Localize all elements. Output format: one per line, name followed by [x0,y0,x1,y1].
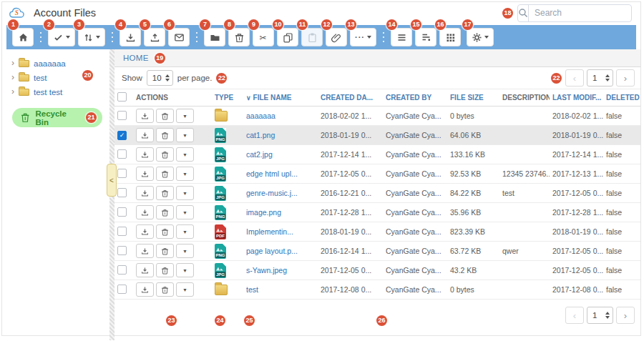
file-size-cell: 0 bytes [447,280,499,300]
list-view-button[interactable] [391,28,412,46]
new-folder-button[interactable] [204,28,225,46]
file-name-link[interactable]: edge html upl... [246,169,298,178]
folder-label: test [34,74,47,82]
row-more-button[interactable]: ▼ [176,128,194,142]
email-button[interactable] [168,28,190,46]
cut-button[interactable]: ✂ [253,28,274,46]
file-name-link[interactable]: cat2.jpg [246,150,273,159]
row-more-button[interactable]: ▼ [176,263,194,277]
row-download-button[interactable] [136,263,154,277]
row-download-button[interactable] [136,186,154,200]
file-name-link[interactable]: image.png [246,208,281,217]
per-page-stepper[interactable]: 10 [147,70,173,86]
sidebar-folder[interactable]: ›test [2,71,109,85]
grid-view-button[interactable] [439,28,461,46]
sidebar-folder[interactable]: ›test test [2,85,109,99]
row-delete-button[interactable] [156,109,174,123]
page-number-stepper[interactable]: 1 [587,69,613,87]
row-checkbox[interactable] [117,188,127,197]
select-button[interactable] [48,28,75,46]
description-cell [499,107,550,126]
row-more-button[interactable]: ▼ [176,282,194,297]
column-header-deleted[interactable]: DELETED [603,89,640,107]
chevron-right-icon[interactable]: › [11,87,14,96]
detail-view-button[interactable] [415,28,436,46]
home-button[interactable] [12,28,34,46]
row-download-button[interactable] [136,109,154,123]
chevron-right-icon[interactable]: › [11,59,14,67]
row-delete-button[interactable] [156,186,174,200]
delete-button[interactable] [228,28,250,46]
row-download-button[interactable] [136,205,154,219]
prev-page-button[interactable]: ‹ [565,69,584,87]
row-more-button[interactable]: ▼ [176,244,194,258]
panel-splitter[interactable]: < [109,49,114,340]
settings-button[interactable] [467,28,494,46]
row-more-button[interactable]: ▼ [176,109,194,123]
row-download-button[interactable] [136,244,154,258]
row-delete-button[interactable] [156,282,174,297]
row-checkbox[interactable] [117,265,127,275]
row-download-button[interactable] [136,282,154,297]
column-header-type[interactable]: TYPE [212,89,243,107]
file-name-link[interactable]: cat1.png [246,131,275,139]
file-name-link[interactable]: s-Yawn.jpeg [246,266,287,275]
column-header-last_modified[interactable]: LAST MODIF... [550,89,603,107]
upload-button[interactable] [144,28,165,46]
column-header-file_name[interactable]: ∨FILE NAME [243,89,318,107]
file-name-link[interactable]: Implementin... [246,227,293,236]
attach-button[interactable] [326,28,347,46]
recycle-bin-button[interactable]: Recycle Bin 21 [12,108,102,127]
download-button[interactable] [119,28,141,46]
row-more-button[interactable]: ▼ [176,167,194,181]
file-name-link[interactable]: aaaaaaa [246,112,275,120]
page-number-stepper[interactable]: 1 [587,307,613,324]
row-download-button[interactable] [136,128,154,142]
row-download-button[interactable] [136,147,154,162]
row-checkbox[interactable] [117,246,127,255]
row-delete-button[interactable] [156,205,174,219]
chevron-right-icon[interactable]: › [11,73,14,81]
row-download-button[interactable] [136,167,154,181]
row-delete-button[interactable] [156,244,174,258]
prev-page-button[interactable]: ‹ [565,307,584,324]
tab-home[interactable]: HOME [123,54,149,62]
stepper-arrows-icon[interactable] [165,74,170,81]
row-download-button[interactable] [136,224,154,239]
copy-button[interactable] [277,28,298,46]
file-name-link[interactable]: page layout.p... [246,247,298,255]
row-checkbox[interactable] [117,207,127,217]
file-name-link[interactable]: genre-music.j... [246,189,298,197]
file-name-link[interactable]: test [246,285,258,294]
select-all-checkbox[interactable] [117,92,127,102]
row-more-button[interactable]: ▼ [176,224,194,239]
search-input[interactable] [529,5,644,21]
stepper-arrows-icon[interactable] [605,312,610,319]
row-more-button[interactable]: ▼ [176,147,194,162]
row-more-button[interactable]: ▼ [176,186,194,200]
row-checkbox[interactable] [117,149,127,159]
row-checkbox[interactable] [117,285,127,294]
paste-button[interactable] [301,28,323,46]
column-header-file_size[interactable]: FILE SIZE [447,89,499,107]
row-delete-button[interactable] [156,224,174,239]
row-checkbox[interactable]: ✓ [117,131,127,140]
column-header-created_by[interactable]: CREATED BY [383,89,447,107]
more-button[interactable]: ··· [350,28,376,46]
collapse-sidebar-handle[interactable]: < [107,164,117,197]
next-page-button[interactable]: › [616,69,635,87]
row-more-button[interactable]: ▼ [176,205,194,219]
column-header-created_date[interactable]: CREATED DA... [318,89,383,107]
next-page-button[interactable]: › [616,307,635,324]
row-delete-button[interactable] [156,167,174,181]
row-delete-button[interactable] [156,147,174,162]
stepper-arrows-icon[interactable] [605,74,610,81]
row-checkbox[interactable] [117,169,127,178]
sidebar-folder[interactable]: ›aaaaaaa [2,56,109,71]
sort-button[interactable] [78,28,105,46]
trash-icon [234,32,245,43]
row-delete-button[interactable] [156,263,174,277]
row-checkbox[interactable] [117,111,127,120]
row-checkbox[interactable] [117,227,127,236]
row-delete-button[interactable] [156,128,174,142]
